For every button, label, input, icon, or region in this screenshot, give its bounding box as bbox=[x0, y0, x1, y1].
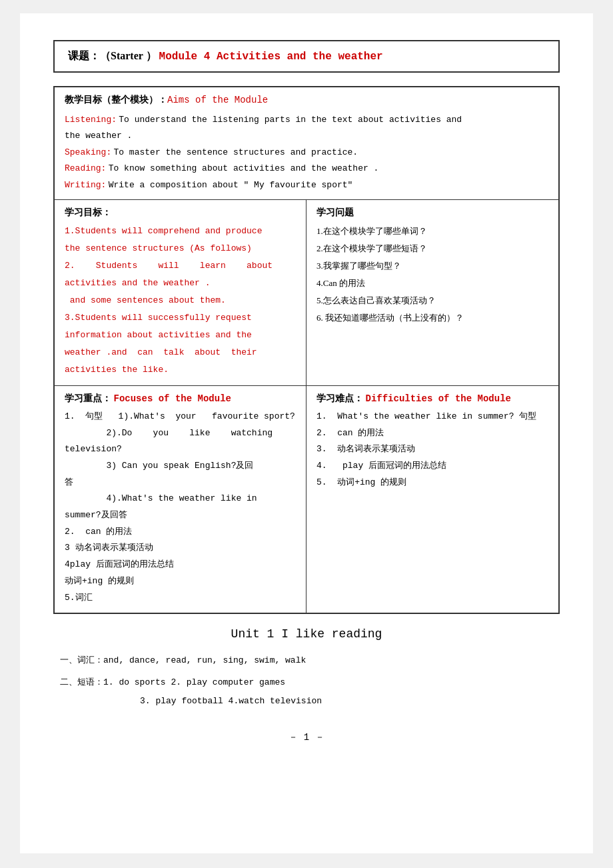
aims-header-content: Aims of the Module bbox=[167, 95, 268, 105]
listening-line: Listening: To understand the listening p… bbox=[65, 111, 548, 127]
difficulties-label-red: Difficulties of the Module bbox=[366, 393, 511, 404]
goals-q2: 2.在这个模块学了哪些短语？ bbox=[316, 240, 548, 257]
reading-line: Reading: To know something about activit… bbox=[65, 160, 548, 176]
unit-title: Unit 1 I like reading bbox=[53, 627, 560, 641]
goals-item-3c: weather .and can talk about their bbox=[65, 344, 296, 361]
focus-item-3b: 答 bbox=[65, 475, 296, 491]
goals-item-2b: activities and the weather . bbox=[65, 275, 296, 292]
speaking-label: Speaking: bbox=[65, 147, 111, 157]
writing-text: Write a composition about " My favourite… bbox=[109, 180, 353, 190]
focus-item-3: 3) Can you speak English?及回 bbox=[65, 458, 296, 475]
focuses-right-col: 学习难点： Difficulties of the Module 1. What… bbox=[306, 386, 558, 613]
focus-item-2: 2).Do you like watching television? bbox=[65, 425, 296, 458]
goals-q3: 3.我掌握了哪些句型？ bbox=[316, 257, 548, 275]
diff-item-2: 2. can 的用法 bbox=[316, 425, 548, 442]
goals-q6: 6. 我还知道哪些活动（书上没有的）？ bbox=[316, 309, 548, 327]
title-label: 课题：（Starter ） bbox=[68, 50, 157, 61]
vocab-phrases1: 1. do sports 2. play computer games bbox=[103, 677, 285, 687]
listening-text: To understand the listening parts in the… bbox=[119, 115, 462, 125]
speaking-line: Speaking: To master the sentence structu… bbox=[65, 144, 548, 160]
vocab-line2: 二、短语：1. do sports 2. play computer games bbox=[60, 673, 553, 693]
focus-item-1: 1. 句型 1).What's your favourite sport? bbox=[65, 409, 296, 425]
aims-section: 教学目标（整个模块）：Aims of the Module Listening:… bbox=[55, 87, 558, 200]
writing-label: Writing: bbox=[65, 180, 106, 190]
reading-label: Reading: bbox=[65, 163, 106, 173]
goals-q5: 5.怎么表达自己喜欢某项活动？ bbox=[316, 292, 548, 309]
writing-line: Writing: Write a composition about " My … bbox=[65, 177, 548, 193]
goals-right-col: 学习问题 1.在这个模块学了哪些单词？ 2.在这个模块学了哪些短语？ 3.我掌握… bbox=[306, 200, 558, 385]
goals-left-col: 学习目标： 1.Students will comprehend and pro… bbox=[55, 200, 306, 385]
vocab-words: and, dance, read, run, sing, swim, walk bbox=[103, 655, 306, 665]
goals-item-3b: information about activities and the bbox=[65, 327, 296, 344]
focuses-left-title: 学习重点： Focuses of the Module bbox=[65, 393, 296, 405]
vocab-section: 一、词汇：and, dance, read, run, sing, swim, … bbox=[53, 651, 560, 711]
main-table: 教学目标（整个模块）：Aims of the Module Listening:… bbox=[53, 86, 560, 614]
vocab-label2: 二、短语： bbox=[60, 677, 103, 687]
goals-right-title: 学习问题 bbox=[316, 207, 548, 219]
diff-item-3: 3. 动名词表示某项活动 bbox=[316, 441, 548, 458]
aims-header-label: 教学目标（整个模块）： bbox=[65, 95, 167, 105]
goals-q1: 1.在这个模块学了哪些单词？ bbox=[316, 223, 548, 240]
focus-item-4: 4).What's the weather like in bbox=[65, 491, 296, 507]
goals-item-3d: activities the like. bbox=[65, 361, 296, 379]
diff-item-4: 4. play 后面冠词的用法总结 bbox=[316, 458, 548, 475]
focuses-row: 学习重点： Focuses of the Module 1. 句型 1).Wha… bbox=[55, 386, 558, 613]
vocab-phrases2: 3. play football 4.watch television bbox=[140, 696, 322, 706]
diff-item-1: 1. What's the weather like in summer? 句型 bbox=[316, 409, 548, 425]
vocab-line1: 一、词汇：and, dance, read, run, sing, swim, … bbox=[60, 651, 553, 671]
page-number: － 1 － bbox=[53, 731, 560, 743]
focus-item-4b: summer?及回答 bbox=[65, 507, 296, 524]
title-content: Module 4 Activities and the weather bbox=[159, 51, 383, 63]
listening-text2: the weather . bbox=[65, 131, 132, 141]
goals-item-2: 2. Students will learn about bbox=[65, 257, 296, 275]
focuses-label-red: Focuses of the Module bbox=[114, 393, 231, 404]
reading-text: To know something about activities and t… bbox=[109, 163, 379, 173]
focus-item-5: 2. can 的用法 bbox=[65, 524, 296, 541]
title-box: 课题：（Starter ） Module 4 Activities and th… bbox=[53, 40, 560, 73]
aims-title: 教学目标（整个模块）：Aims of the Module bbox=[65, 94, 548, 106]
focuses-left-col: 学习重点： Focuses of the Module 1. 句型 1).Wha… bbox=[55, 386, 306, 613]
goals-left-content: 1.Students will comprehend and produceth… bbox=[65, 223, 296, 379]
focus-item-9: 5.词汇 bbox=[65, 590, 296, 607]
focus-item-6: 3 动名词表示某项活动 bbox=[65, 540, 296, 557]
focuses-label: 学习重点： bbox=[65, 393, 111, 403]
focuses-left-content: 1. 句型 1).What's your favourite sport? 2)… bbox=[65, 409, 296, 606]
difficulties-right-title: 学习难点： Difficulties of the Module bbox=[316, 393, 548, 405]
goals-item-3: 3.Students will successfully request bbox=[65, 309, 296, 327]
goals-q4: 4.Can 的用法 bbox=[316, 275, 548, 292]
speaking-text: To master the sentence structures and pr… bbox=[113, 147, 358, 157]
difficulties-right-content: 1. What's the weather like in summer? 句型… bbox=[316, 409, 548, 491]
goals-item-2c: and some sentences about them. bbox=[65, 292, 296, 309]
diff-item-5: 5. 动词+ing 的规则 bbox=[316, 475, 548, 491]
goals-left-title: 学习目标： bbox=[65, 207, 296, 219]
goals-right-content: 1.在这个模块学了哪些单词？ 2.在这个模块学了哪些短语？ 3.我掌握了哪些句型… bbox=[316, 223, 548, 327]
difficulties-label: 学习难点： bbox=[316, 393, 363, 403]
listening-line2: the weather . bbox=[65, 127, 548, 143]
goals-item-1: 1.Students will comprehend and produceth… bbox=[65, 223, 296, 257]
vocab-line3: 3. play football 4.watch television bbox=[60, 692, 553, 711]
listening-label: Listening: bbox=[65, 115, 117, 125]
page: 课题：（Starter ） Module 4 Activities and th… bbox=[20, 13, 593, 853]
vocab-label1: 一、词汇： bbox=[60, 655, 103, 665]
learning-goals-row: 学习目标： 1.Students will comprehend and pro… bbox=[55, 200, 558, 386]
focus-item-8: 动词+ing 的规则 bbox=[65, 573, 296, 590]
focus-item-7: 4play 后面冠词的用法总结 bbox=[65, 557, 296, 573]
